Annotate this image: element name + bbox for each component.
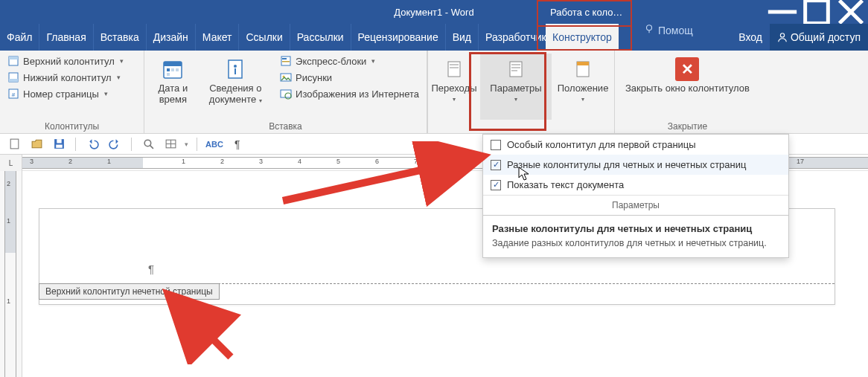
hruler-num: 2 bbox=[220, 158, 224, 165]
undo-button[interactable] bbox=[84, 136, 100, 152]
ribbon-display-options-icon[interactable] bbox=[719, 0, 734, 24]
svg-rect-35 bbox=[511, 64, 520, 65]
page-number-icon: # bbox=[7, 88, 19, 100]
parameters-button[interactable]: Параметры ▾ bbox=[480, 54, 552, 120]
group-insert: Дата и время Сведения о документе ▾ Эксп… bbox=[144, 51, 427, 133]
position-button[interactable]: Положение ▾ bbox=[552, 54, 614, 120]
svg-rect-17 bbox=[167, 68, 170, 71]
svg-rect-37 bbox=[511, 70, 517, 71]
tab-design[interactable]: Дизайн bbox=[147, 24, 196, 51]
pictures-icon bbox=[280, 71, 292, 83]
hruler-num: 1 bbox=[182, 158, 185, 165]
parameters-dropdown-panel: Особый колонтитул для первой страницы ✓ … bbox=[482, 134, 789, 258]
close-button[interactable] bbox=[834, 0, 868, 24]
checkbox-icon bbox=[491, 140, 501, 150]
ribbon: Верхний колонтитул▾ Нижний колонтитул▾ #… bbox=[0, 51, 868, 134]
footer-icon bbox=[7, 71, 19, 83]
footer-button[interactable]: Нижний колонтитул▾ bbox=[4, 70, 127, 85]
mouse-cursor-icon bbox=[518, 167, 530, 181]
vruler-num: 1 bbox=[7, 217, 10, 225]
tab-view[interactable]: Вид bbox=[446, 24, 479, 51]
tab-references[interactable]: Ссылки bbox=[239, 24, 290, 51]
svg-rect-25 bbox=[282, 58, 287, 59]
spelling-button[interactable]: ABC bbox=[205, 136, 223, 152]
hruler-num: 2 bbox=[68, 158, 72, 165]
show-marks-button[interactable]: ¶ bbox=[229, 136, 246, 152]
vruler-num: 1 bbox=[7, 297, 10, 305]
share-button[interactable]: Общий доступ bbox=[770, 24, 868, 51]
print-preview-button[interactable] bbox=[140, 136, 156, 152]
vertical-ruler[interactable]: 2 1 1 bbox=[0, 171, 22, 377]
ruler-tab-selector[interactable]: L bbox=[0, 155, 22, 171]
close-header-footer-button[interactable]: ✕ Закрыть окно колонтитулов bbox=[619, 54, 756, 120]
svg-text:#: # bbox=[12, 91, 16, 98]
person-icon bbox=[777, 32, 788, 42]
option-label: Особый колонтитул для первой страницы bbox=[507, 139, 696, 150]
ribbon-tabs: Файл Главная Вставка Дизайн Макет Ссылки… bbox=[0, 24, 868, 51]
paragraph-mark: ¶ bbox=[148, 262, 154, 275]
login-button[interactable]: Вход bbox=[731, 24, 770, 51]
hruler-num: 4 bbox=[298, 158, 301, 165]
quick-parts-button[interactable]: Экспресс-блоки▾ bbox=[277, 54, 422, 68]
maximize-button[interactable] bbox=[800, 0, 834, 24]
tab-review[interactable]: Рецензирование bbox=[351, 24, 446, 51]
group-options: Переходы ▾ Параметры ▾ Положение ▾ bbox=[428, 51, 614, 133]
tab-layout[interactable]: Макет bbox=[196, 24, 240, 51]
redo-button[interactable] bbox=[106, 136, 123, 152]
lightbulb-icon bbox=[644, 24, 654, 36]
svg-rect-32 bbox=[450, 64, 459, 65]
transitions-icon bbox=[441, 57, 467, 82]
svg-line-45 bbox=[150, 146, 153, 149]
contextual-tab-title: Работа с коло… bbox=[540, 0, 633, 24]
minimize-button[interactable] bbox=[765, 0, 800, 24]
doc-info-button[interactable]: Сведения о документе ▾ bbox=[197, 54, 274, 120]
svg-rect-33 bbox=[450, 67, 459, 68]
tab-developer[interactable]: Разработчик bbox=[479, 24, 554, 51]
tab-constructor[interactable]: Конструктор bbox=[546, 24, 619, 51]
group-label-insert: Вставка bbox=[149, 120, 422, 133]
svg-point-8 bbox=[780, 33, 784, 37]
group-label-hf: Колонтитулы bbox=[4, 120, 139, 133]
online-pictures-button[interactable]: Изображения из Интернета bbox=[277, 86, 422, 101]
svg-rect-12 bbox=[9, 79, 18, 82]
page-number-button[interactable]: # Номер страницы▾ bbox=[4, 86, 127, 101]
share-label: Общий доступ bbox=[791, 31, 861, 43]
date-time-icon bbox=[160, 57, 185, 82]
position-icon bbox=[570, 57, 596, 82]
group-label-options bbox=[428, 120, 614, 133]
option-tooltip: Разные колонтитулы для четных и нечетных… bbox=[483, 215, 788, 257]
tooltip-description: Задание разных колонтитулов для четных и… bbox=[492, 237, 779, 250]
open-button[interactable] bbox=[28, 136, 45, 152]
close-icon: ✕ bbox=[674, 57, 700, 82]
tell-me-search[interactable]: Помощ bbox=[636, 24, 701, 36]
date-time-button[interactable]: Дата и время bbox=[149, 54, 197, 120]
checkbox-checked-icon: ✓ bbox=[491, 160, 501, 170]
header-button[interactable]: Верхний колонтитул▾ bbox=[4, 54, 127, 68]
option-first-page-different[interactable]: Особый колонтитул для первой страницы bbox=[483, 135, 788, 155]
group-label-close: Закрытие bbox=[619, 120, 756, 133]
svg-rect-10 bbox=[9, 57, 18, 59]
pictures-button[interactable]: Рисунки bbox=[277, 70, 422, 85]
table-button[interactable] bbox=[162, 136, 179, 152]
svg-point-6 bbox=[647, 25, 652, 30]
doc-info-icon bbox=[223, 57, 248, 82]
hruler-num: 17 bbox=[797, 158, 804, 165]
transitions-button[interactable]: Переходы ▾ bbox=[428, 54, 480, 120]
quick-parts-icon bbox=[280, 55, 292, 67]
tab-file[interactable]: Файл bbox=[0, 24, 39, 51]
new-doc-button[interactable] bbox=[6, 136, 22, 152]
svg-rect-16 bbox=[164, 62, 182, 66]
checkbox-checked-icon: ✓ bbox=[491, 180, 501, 190]
tab-home[interactable]: Главная bbox=[39, 24, 93, 51]
hruler-num: 6 bbox=[375, 158, 379, 165]
tab-insert[interactable]: Вставка bbox=[94, 24, 147, 51]
hruler-num: 3 bbox=[30, 158, 33, 165]
vruler-num: 2 bbox=[7, 180, 10, 187]
tab-mailings[interactable]: Рассылки bbox=[290, 24, 351, 51]
svg-rect-3 bbox=[805, 1, 829, 24]
svg-rect-36 bbox=[511, 67, 520, 68]
save-button[interactable] bbox=[51, 136, 67, 152]
svg-rect-42 bbox=[57, 139, 61, 143]
hruler-num: 1 bbox=[107, 158, 111, 165]
svg-rect-19 bbox=[176, 68, 179, 71]
